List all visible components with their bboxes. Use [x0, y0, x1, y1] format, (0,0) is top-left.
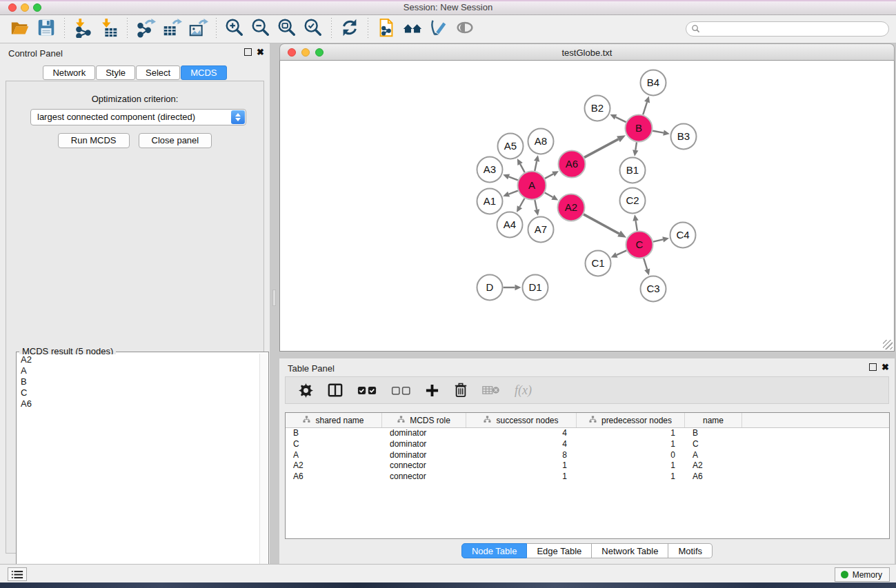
table-row[interactable]: Bdominator41B: [286, 428, 889, 439]
delete-table-icon[interactable]: [482, 385, 500, 396]
table-cell[interactable]: 1: [577, 460, 685, 472]
column-header-successor-nodes[interactable]: successor nodes: [466, 413, 577, 427]
deselect-all-icon[interactable]: [391, 385, 410, 396]
gear-icon[interactable]: [299, 383, 313, 398]
criterion-select[interactable]: largest connected component (directed): [30, 109, 246, 125]
tab-motifs[interactable]: Motifs: [668, 543, 713, 558]
add-column-icon[interactable]: [425, 383, 439, 398]
edge-A-A3[interactable]: [509, 176, 518, 180]
column-header-name[interactable]: name: [685, 413, 742, 427]
table-row[interactable]: Adominator80A: [286, 450, 889, 461]
edge-B-B3[interactable]: [653, 131, 664, 133]
table-cell[interactable]: 1: [577, 428, 685, 439]
import-network-button[interactable]: [70, 17, 96, 41]
table-cell[interactable]: 1: [577, 472, 685, 483]
table-cell[interactable]: dominator: [382, 439, 466, 450]
tab-network[interactable]: Network: [43, 65, 95, 80]
tab-style[interactable]: Style: [96, 65, 135, 80]
table-cell[interactable]: 4: [466, 439, 577, 450]
run-mcds-button[interactable]: Run MCDS: [58, 133, 130, 148]
column-mode-icon[interactable]: [328, 383, 343, 398]
edge-A-A6[interactable]: [545, 174, 553, 178]
delete-icon[interactable]: [454, 383, 468, 398]
table-cell[interactable]: A6: [286, 472, 382, 483]
result-scrollbar[interactable]: [259, 354, 267, 585]
edge-A-A5[interactable]: [520, 164, 525, 172]
result-item[interactable]: A: [18, 365, 259, 376]
eye-button[interactable]: [452, 17, 478, 41]
table-cell[interactable]: 1: [577, 439, 685, 450]
vertical-splitter-handle[interactable]: [272, 290, 276, 306]
zoom-in-button[interactable]: [221, 17, 248, 41]
zoom-selected-button[interactable]: [300, 17, 326, 41]
edge-C-C2[interactable]: [636, 221, 637, 231]
open-session-button[interactable]: [7, 17, 33, 41]
table-cell[interactable]: dominator: [382, 450, 466, 461]
task-history-button[interactable]: [8, 567, 27, 581]
table-cell[interactable]: C: [286, 439, 382, 450]
mcds-result-list[interactable]: A2ABCA6: [18, 354, 259, 585]
close-panel-icon[interactable]: ✖: [882, 363, 889, 371]
result-item[interactable]: C: [18, 387, 259, 398]
function-builder-icon[interactable]: f(x): [515, 383, 532, 398]
float-panel-icon[interactable]: [869, 363, 877, 371]
edge-C-C1[interactable]: [617, 250, 626, 254]
zoom-fit-button[interactable]: [274, 17, 300, 41]
float-panel-icon[interactable]: [244, 48, 252, 56]
network-file-button[interactable]: [373, 17, 399, 41]
table-row[interactable]: A6connector11A6: [286, 472, 889, 483]
tab-network-table[interactable]: Network Table: [592, 543, 668, 558]
network-canvas[interactable]: B4B2BB3A8A5A6A3B1AC2A1A2A4A7C4CC1C3DD1: [279, 61, 895, 352]
edge-C-C4[interactable]: [653, 239, 663, 241]
edge-C-C3[interactable]: [644, 258, 647, 270]
table-cell[interactable]: 8: [466, 450, 577, 461]
edge-A-A7[interactable]: [535, 200, 537, 210]
resize-grip[interactable]: [883, 340, 893, 349]
table-cell[interactable]: A2: [685, 460, 742, 472]
edge-B-B2[interactable]: [616, 117, 626, 122]
edge-A-A1[interactable]: [509, 191, 518, 194]
table-cell[interactable]: 1: [466, 460, 577, 472]
table-cell[interactable]: B: [286, 428, 382, 439]
import-table-button[interactable]: [96, 17, 122, 41]
close-panel-icon[interactable]: ✖: [257, 48, 264, 56]
export-table-button[interactable]: [159, 17, 185, 41]
edge-A-A2[interactable]: [545, 193, 553, 198]
table-cell[interactable]: A: [685, 450, 742, 461]
refresh-button[interactable]: [337, 17, 363, 41]
tab-select[interactable]: Select: [136, 65, 180, 80]
edge-A2-C[interactable]: [584, 214, 619, 234]
network-graph[interactable]: B4B2BB3A8A5A6A3B1AC2A1A2A4A7C4CC1C3DD1: [280, 61, 894, 350]
zoom-out-button[interactable]: [248, 17, 274, 41]
result-item[interactable]: A2: [18, 354, 259, 365]
column-header-predecessor-nodes[interactable]: predecessor nodes: [577, 413, 685, 427]
table-cell[interactable]: 1: [466, 472, 577, 483]
table-row[interactable]: A2connector11A2: [286, 460, 889, 472]
table-cell[interactable]: B: [685, 428, 742, 439]
edge-B-B1[interactable]: [635, 142, 637, 150]
table-cell[interactable]: 0: [577, 450, 685, 461]
table-cell[interactable]: connector: [382, 460, 466, 472]
table-cell[interactable]: A: [286, 450, 382, 461]
edge-B-B4[interactable]: [643, 102, 647, 114]
column-header-MCDS-role[interactable]: MCDS role: [382, 413, 466, 427]
select-all-icon[interactable]: [357, 385, 377, 396]
export-image-button[interactable]: [185, 17, 211, 41]
close-panel-button[interactable]: Close panel: [139, 133, 212, 148]
search-input[interactable]: [686, 21, 889, 37]
table-cell[interactable]: connector: [382, 472, 466, 483]
table-cell[interactable]: A2: [286, 460, 382, 472]
tab-mcds[interactable]: MCDS: [181, 65, 226, 80]
home-button[interactable]: [399, 17, 426, 41]
table-cell[interactable]: 4: [466, 428, 577, 439]
tab-node-table[interactable]: Node Table: [461, 543, 528, 558]
edge-A6-B[interactable]: [584, 139, 618, 157]
memory-button[interactable]: Memory: [835, 567, 890, 582]
table-row[interactable]: Cdominator41C: [286, 439, 889, 450]
result-item[interactable]: A6: [18, 398, 259, 409]
network-window-titlebar[interactable]: testGlobe.txt: [279, 43, 895, 61]
result-item[interactable]: B: [18, 376, 259, 387]
edge-A-A8[interactable]: [535, 161, 537, 171]
column-header-shared-name[interactable]: shared name: [286, 413, 382, 427]
table-cell[interactable]: C: [685, 439, 742, 450]
